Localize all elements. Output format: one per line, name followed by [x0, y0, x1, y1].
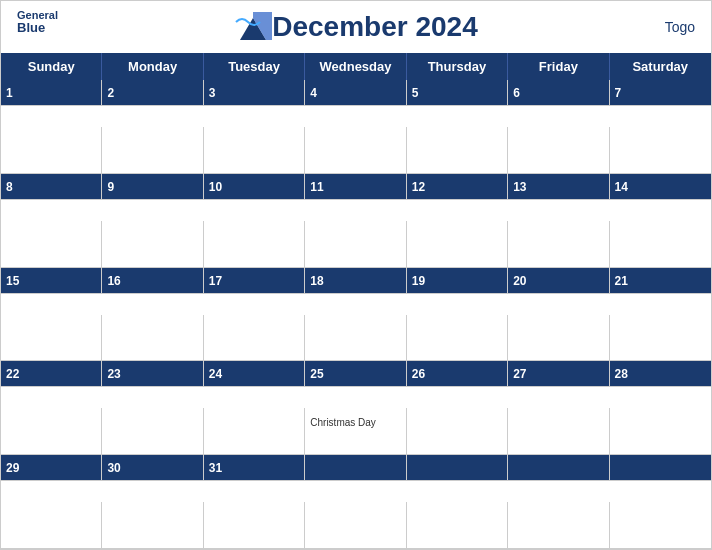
day-8-header: 8 [1, 174, 102, 200]
day-19-header: 19 [407, 268, 508, 294]
day-28-cell [610, 408, 711, 455]
calendar-container: General Blue December 2024 Togo Sunday M… [0, 0, 712, 550]
header-monday: Monday [102, 53, 203, 80]
header-thursday: Thursday [407, 53, 508, 80]
day-20-header: 20 [508, 268, 609, 294]
day-empty-1-header [305, 455, 406, 481]
header-wednesday: Wednesday [305, 53, 406, 80]
day-4-cell [305, 127, 406, 174]
day-21-header: 21 [610, 268, 711, 294]
day-25-header: 25 [305, 361, 406, 387]
week2-data [1, 221, 711, 268]
day-3-cell [204, 127, 305, 174]
day-5-cell [407, 127, 508, 174]
day-15-header: 15 [1, 268, 102, 294]
day-empty-4-header [610, 455, 711, 481]
day-1-cell [1, 127, 102, 174]
header-sunday: Sunday [1, 53, 102, 80]
header-friday: Friday [508, 53, 609, 80]
week3-data [1, 315, 711, 362]
logo-text: General Blue [17, 9, 58, 35]
header-saturday: Saturday [610, 53, 711, 80]
day-12-cell [407, 221, 508, 268]
day-6-cell [508, 127, 609, 174]
calendar-header: General Blue December 2024 Togo [1, 1, 711, 53]
month-title: December 2024 [272, 11, 477, 43]
week5-header: 29 30 31 [1, 455, 711, 502]
day-11-cell [305, 221, 406, 268]
day-15-cell [1, 315, 102, 362]
day-27-header: 27 [508, 361, 609, 387]
day-headers: Sunday Monday Tuesday Wednesday Thursday… [1, 53, 711, 80]
day-25-cell: Christmas Day [305, 408, 406, 455]
day-20-cell [508, 315, 609, 362]
week2-header: 8 9 10 11 12 13 14 [1, 174, 711, 221]
header-tuesday: Tuesday [204, 53, 305, 80]
week1-header: 1 2 3 4 5 6 7 [1, 80, 711, 127]
day-13-cell [508, 221, 609, 268]
day-3-header: 3 [204, 80, 305, 106]
day-17-header: 17 [204, 268, 305, 294]
day-9-header: 9 [102, 174, 203, 200]
week5-data [1, 502, 711, 549]
day-29-header: 29 [1, 455, 102, 481]
day-16-cell [102, 315, 203, 362]
logo-blue: Blue [17, 21, 45, 35]
day-empty-3-header [508, 455, 609, 481]
christmas-day-label: Christmas Day [310, 417, 376, 428]
day-24-cell [204, 408, 305, 455]
day-13-header: 13 [508, 174, 609, 200]
day-5-header: 5 [407, 80, 508, 106]
day-16-header: 16 [102, 268, 203, 294]
day-26-header: 26 [407, 361, 508, 387]
day-17-cell [204, 315, 305, 362]
day-6-header: 6 [508, 80, 609, 106]
week4-header: 22 23 24 25 26 27 28 [1, 361, 711, 408]
day-19-cell [407, 315, 508, 362]
day-22-cell [1, 408, 102, 455]
day-10-header: 10 [204, 174, 305, 200]
day-empty-3-cell [508, 502, 609, 549]
day-31-cell [204, 502, 305, 549]
day-9-cell [102, 221, 203, 268]
day-12-header: 12 [407, 174, 508, 200]
day-2-header: 2 [102, 80, 203, 106]
week1-data [1, 127, 711, 174]
country-label: Togo [665, 19, 695, 35]
calendar-body: 1 2 3 4 5 6 7 8 9 10 11 12 13 14 [1, 80, 711, 549]
day-23-cell [102, 408, 203, 455]
logo: General Blue [234, 12, 272, 42]
day-empty-2-cell [407, 502, 508, 549]
logo-icon [234, 12, 272, 42]
day-2-cell [102, 127, 203, 174]
day-8-cell [1, 221, 102, 268]
day-29-cell [1, 502, 102, 549]
day-26-cell [407, 408, 508, 455]
day-empty-2-header [407, 455, 508, 481]
day-10-cell [204, 221, 305, 268]
day-7-header: 7 [610, 80, 711, 106]
day-1-header: 1 [1, 80, 102, 106]
week4-data: Christmas Day [1, 408, 711, 455]
day-23-header: 23 [102, 361, 203, 387]
day-30-cell [102, 502, 203, 549]
day-empty-4-cell [610, 502, 711, 549]
day-11-header: 11 [305, 174, 406, 200]
day-31-header: 31 [204, 455, 305, 481]
day-18-header: 18 [305, 268, 406, 294]
day-21-cell [610, 315, 711, 362]
day-14-header: 14 [610, 174, 711, 200]
day-22-header: 22 [1, 361, 102, 387]
day-28-header: 28 [610, 361, 711, 387]
day-30-header: 30 [102, 455, 203, 481]
day-24-header: 24 [204, 361, 305, 387]
day-27-cell [508, 408, 609, 455]
day-14-cell [610, 221, 711, 268]
day-7-cell [610, 127, 711, 174]
week3-header: 15 16 17 18 19 20 21 [1, 268, 711, 315]
day-4-header: 4 [305, 80, 406, 106]
day-empty-1-cell [305, 502, 406, 549]
day-18-cell [305, 315, 406, 362]
